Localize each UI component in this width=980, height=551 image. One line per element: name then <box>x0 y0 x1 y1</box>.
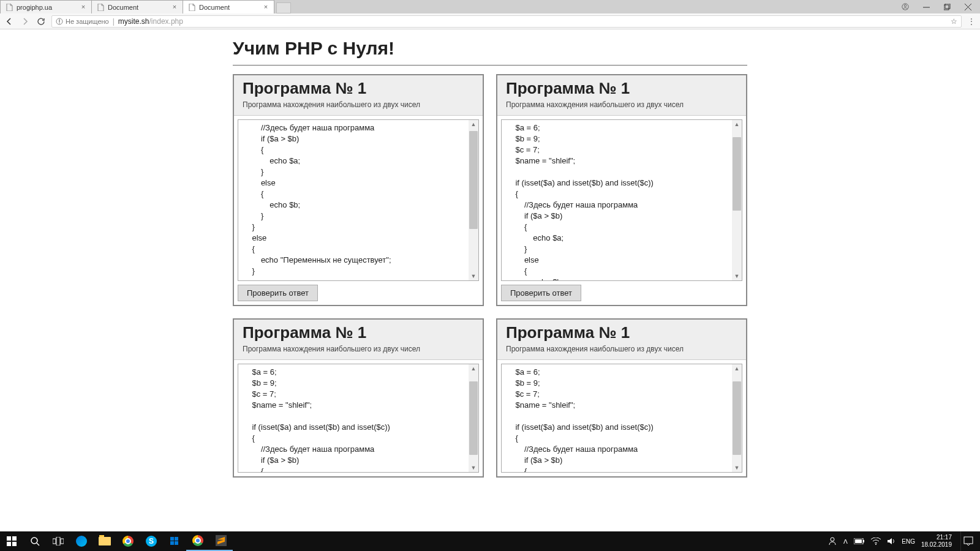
card-subtitle: Программа нахождения наибольшего из двух… <box>243 100 474 109</box>
svg-rect-12 <box>61 539 64 544</box>
scroll-down-icon[interactable]: ▼ <box>732 272 742 280</box>
battery-icon[interactable] <box>854 538 865 544</box>
url-input[interactable]: Не защищено | mysite.sh/index.php ☆ <box>51 15 962 28</box>
menu-icon[interactable]: ⋮ <box>968 17 975 26</box>
program-card: Программа № 1 Программа нахождения наибо… <box>496 318 747 478</box>
browser-tab[interactable]: progiphp.ua <box>0 0 92 13</box>
svg-rect-10 <box>53 539 56 544</box>
card-subtitle: Программа нахождения наибольшего из двух… <box>506 345 737 353</box>
check-answer-button[interactable]: Проверить ответ <box>238 285 318 301</box>
svg-rect-2 <box>944 5 949 10</box>
svg-rect-11 <box>56 537 60 545</box>
people-icon[interactable] <box>827 536 837 546</box>
scroll-down-icon[interactable]: ▼ <box>732 463 742 472</box>
card-title: Программа № 1 <box>506 323 737 342</box>
program-card: Программа № 1 Программа нахождения наибо… <box>233 318 484 478</box>
new-tab-button[interactable] <box>276 2 291 13</box>
tab-close-icon[interactable] <box>172 4 178 10</box>
clock-date: 18.02.2019 <box>921 541 952 549</box>
check-answer-button[interactable]: Проверить ответ <box>501 285 581 301</box>
user-icon[interactable] <box>902 3 909 10</box>
notifications-icon[interactable] <box>960 531 975 551</box>
code-box[interactable]: $a = 6; $b = 9; $c = 7; $name = "shleif"… <box>501 364 742 473</box>
skype-icon[interactable]: S <box>140 531 163 551</box>
tray-chevron-icon[interactable]: ᐱ <box>843 538 848 545</box>
url-host: mysite.sh <box>118 17 149 26</box>
scrollbar[interactable]: ▲ ▼ <box>732 120 742 280</box>
tab-close-icon[interactable] <box>263 4 269 10</box>
scroll-up-icon[interactable]: ▲ <box>469 364 478 373</box>
code-content: $a = 6; $b = 9; $c = 7; $name = "shleif"… <box>238 364 469 472</box>
page-icon <box>6 4 13 11</box>
program-card: Программа № 1 Программа нахождения наибо… <box>496 74 747 306</box>
search-icon[interactable] <box>23 531 47 551</box>
svg-rect-22 <box>964 537 973 544</box>
card-title: Программа № 1 <box>243 323 474 342</box>
sublime-icon[interactable] <box>209 531 233 551</box>
svg-point-21 <box>875 544 876 545</box>
scroll-down-icon[interactable]: ▼ <box>469 272 478 280</box>
scroll-up-icon[interactable]: ▲ <box>732 120 742 129</box>
tab-close-icon[interactable] <box>80 4 86 10</box>
svg-rect-16 <box>175 541 178 545</box>
file-explorer-icon[interactable] <box>93 531 116 551</box>
code-box[interactable]: //Здесь будет наша программа if ($a > $b… <box>238 119 479 281</box>
card-header: Программа № 1 Программа нахождения наибо… <box>497 320 746 360</box>
scroll-up-icon[interactable]: ▲ <box>732 364 742 373</box>
bookmark-icon[interactable]: ☆ <box>951 17 957 26</box>
clock[interactable]: 21:17 18.02.2019 <box>921 534 954 549</box>
scroll-down-icon[interactable]: ▼ <box>469 463 478 472</box>
card-header: Программа № 1 Программа нахождения наибо… <box>234 320 483 360</box>
svg-point-17 <box>831 538 834 541</box>
svg-rect-8 <box>12 542 17 546</box>
address-bar: Не защищено | mysite.sh/index.php ☆ ⋮ <box>0 13 980 29</box>
scrollbar[interactable]: ▲ ▼ <box>469 120 478 280</box>
minimize-icon[interactable] <box>922 3 930 10</box>
svg-rect-3 <box>945 4 950 9</box>
program-card: Программа № 1 Программа нахождения наибо… <box>233 74 484 306</box>
wifi-icon[interactable] <box>871 538 881 545</box>
tab-title: progiphp.ua <box>17 4 80 11</box>
scroll-thumb[interactable] <box>733 381 741 455</box>
edge-icon[interactable] <box>70 531 93 551</box>
scrollbar[interactable]: ▲ ▼ <box>469 364 478 472</box>
reload-icon[interactable] <box>37 17 45 26</box>
svg-rect-14 <box>175 537 178 541</box>
browser-tab-active[interactable]: Document <box>183 0 274 13</box>
chrome-icon[interactable] <box>116 531 140 551</box>
scroll-thumb[interactable] <box>469 381 478 455</box>
card-title: Программа № 1 <box>506 79 737 98</box>
scrollbar[interactable]: ▲ ▼ <box>732 364 742 472</box>
close-icon[interactable] <box>964 3 971 10</box>
security-indicator[interactable]: Не защищено <box>56 18 109 25</box>
task-view-icon[interactable] <box>47 531 70 551</box>
start-button[interactable] <box>0 531 23 551</box>
language-indicator[interactable]: ENG <box>902 538 915 545</box>
mail-icon[interactable] <box>163 531 186 551</box>
svg-rect-7 <box>7 542 11 546</box>
volume-icon[interactable] <box>887 537 895 545</box>
browser-tab[interactable]: Document <box>91 0 183 13</box>
forward-icon[interactable] <box>21 17 29 26</box>
security-text: Не защищено <box>66 18 109 25</box>
window-controls <box>893 0 980 13</box>
browser-tab-strip: progiphp.ua Document Document <box>0 0 980 13</box>
taskbar: S ᐱ ENG 21:17 18.02.2019 <box>0 531 980 551</box>
code-box[interactable]: $a = 6; $b = 9; $c = 7; $name = "shleif"… <box>238 364 479 473</box>
scroll-thumb[interactable] <box>469 131 478 229</box>
tab-title: Document <box>199 4 263 11</box>
maximize-icon[interactable] <box>943 3 951 10</box>
chrome-active-icon[interactable] <box>186 531 209 551</box>
svg-point-1 <box>904 5 906 7</box>
clock-time: 21:17 <box>921 534 952 541</box>
back-icon[interactable] <box>5 17 13 26</box>
svg-rect-13 <box>170 537 174 541</box>
code-box[interactable]: $a = 6; $b = 9; $c = 7; $name = "shleif"… <box>501 119 742 281</box>
page-icon <box>188 4 195 11</box>
url-path: /index.php <box>149 17 183 26</box>
svg-rect-6 <box>12 536 17 541</box>
viewport[interactable]: Учим PHP с Нуля! Программа № 1 Программа… <box>0 29 980 531</box>
card-header: Программа № 1 Программа нахождения наибо… <box>497 75 746 116</box>
scroll-thumb[interactable] <box>733 137 741 211</box>
scroll-up-icon[interactable]: ▲ <box>469 120 478 129</box>
